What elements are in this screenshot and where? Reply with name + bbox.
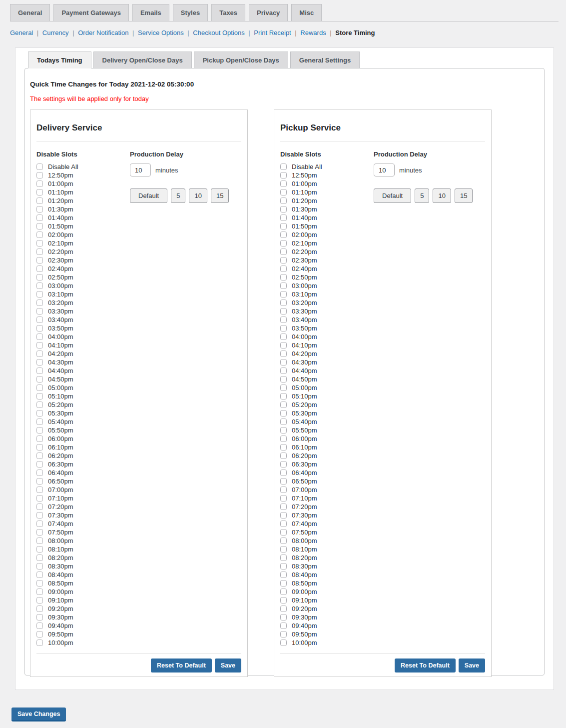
slot-checkbox[interactable] <box>36 282 43 289</box>
reset-to-default-button[interactable]: Reset To Default <box>395 658 456 672</box>
slot-row[interactable]: 02:40pm <box>36 264 130 273</box>
slot-checkbox[interactable] <box>36 444 43 450</box>
slot-row[interactable]: 07:20pm <box>36 502 130 511</box>
slot-checkbox[interactable] <box>36 180 43 187</box>
slot-checkbox[interactable] <box>36 300 43 306</box>
slot-checkbox[interactable] <box>36 572 43 578</box>
slot-checkbox[interactable] <box>36 189 43 196</box>
slot-row[interactable]: 12:50pm <box>36 171 130 180</box>
slot-row[interactable]: 06:40pm <box>280 468 374 477</box>
slot-checkbox[interactable] <box>280 232 287 238</box>
slot-checkbox[interactable] <box>280 384 287 391</box>
slot-checkbox[interactable] <box>280 359 287 366</box>
timing-tab[interactable]: Delivery Open/Close Days <box>93 52 192 68</box>
slot-checkbox[interactable] <box>280 504 287 510</box>
slot-row[interactable]: 03:50pm <box>280 324 374 332</box>
slot-checkbox[interactable] <box>280 529 287 536</box>
slot-checkbox[interactable] <box>280 308 287 314</box>
slot-checkbox[interactable] <box>36 554 43 561</box>
slot-row[interactable]: 12:50pm <box>280 171 374 180</box>
subnav-link[interactable]: Checkout Options <box>193 29 244 36</box>
slot-checkbox[interactable] <box>280 368 287 374</box>
slot-row[interactable]: Disable All <box>36 162 130 171</box>
slot-row[interactable]: 05:00pm <box>280 384 374 392</box>
slot-row[interactable]: 05:30pm <box>36 409 130 418</box>
panel-save-button[interactable]: Save <box>215 658 241 672</box>
slot-row[interactable]: 09:00pm <box>280 588 374 596</box>
slot-row[interactable]: 02:30pm <box>280 256 374 264</box>
slot-row[interactable]: 04:10pm <box>36 341 130 350</box>
slot-checkbox[interactable] <box>36 597 43 604</box>
main-tab[interactable]: Payment Gateways <box>53 4 129 21</box>
slot-checkbox[interactable] <box>280 316 287 323</box>
slot-row[interactable]: 06:30pm <box>36 460 130 468</box>
slot-checkbox[interactable] <box>36 470 43 476</box>
slot-checkbox[interactable] <box>36 436 43 442</box>
slot-row[interactable]: 07:40pm <box>280 520 374 528</box>
subnav-link[interactable]: General <box>10 29 33 36</box>
slot-row[interactable]: 06:20pm <box>36 452 130 460</box>
slot-row[interactable]: 01:40pm <box>36 214 130 222</box>
slot-checkbox[interactable] <box>36 232 43 238</box>
slot-checkbox[interactable] <box>36 402 43 408</box>
slot-row[interactable]: 04:50pm <box>36 375 130 384</box>
slot-row[interactable]: 04:00pm <box>36 332 130 341</box>
slot-row[interactable]: 08:40pm <box>280 570 374 579</box>
slot-row[interactable]: 07:50pm <box>280 528 374 536</box>
main-tab[interactable]: General <box>10 4 50 21</box>
subnav-link[interactable]: Service Options <box>138 29 184 36</box>
slot-checkbox[interactable] <box>280 436 287 442</box>
slot-checkbox[interactable] <box>280 580 287 586</box>
slot-row[interactable]: 07:50pm <box>36 528 130 536</box>
slot-checkbox[interactable] <box>280 597 287 604</box>
slot-row[interactable]: 09:10pm <box>280 596 374 604</box>
slot-checkbox[interactable] <box>36 520 43 527</box>
slot-checkbox[interactable] <box>36 334 43 340</box>
slot-checkbox[interactable] <box>36 384 43 391</box>
slot-row[interactable]: 08:50pm <box>36 579 130 588</box>
slot-checkbox[interactable] <box>36 588 43 595</box>
slot-checkbox[interactable] <box>280 282 287 289</box>
slot-row[interactable]: 09:20pm <box>280 604 374 613</box>
slot-checkbox[interactable] <box>36 291 43 298</box>
slot-row[interactable]: 10:00pm <box>36 638 130 647</box>
subnav-link[interactable]: Rewards <box>300 29 326 36</box>
slot-row[interactable]: 05:10pm <box>280 392 374 400</box>
slot-checkbox[interactable] <box>280 402 287 408</box>
slot-checkbox[interactable] <box>280 486 287 493</box>
slot-checkbox[interactable] <box>280 342 287 348</box>
slot-checkbox[interactable] <box>280 461 287 468</box>
slot-checkbox[interactable] <box>36 274 43 280</box>
slot-row[interactable]: 07:00pm <box>280 486 374 494</box>
slot-row[interactable]: 02:00pm <box>280 230 374 239</box>
slot-row[interactable]: 03:00pm <box>280 282 374 290</box>
slot-checkbox[interactable] <box>280 334 287 340</box>
slot-row[interactable]: 05:00pm <box>36 384 130 392</box>
slot-row[interactable]: 08:20pm <box>280 554 374 562</box>
slot-row[interactable]: 08:10pm <box>36 545 130 554</box>
slot-checkbox[interactable] <box>280 257 287 264</box>
slot-checkbox[interactable] <box>36 308 43 314</box>
main-tab[interactable]: Misc <box>291 4 322 21</box>
slot-checkbox[interactable] <box>36 529 43 536</box>
slot-checkbox[interactable] <box>36 393 43 400</box>
slot-checkbox[interactable] <box>36 316 43 323</box>
slot-checkbox[interactable] <box>280 546 287 552</box>
slot-checkbox[interactable] <box>280 350 287 357</box>
slot-row[interactable]: 03:20pm <box>36 298 130 307</box>
slot-checkbox[interactable] <box>280 164 287 170</box>
slot-row[interactable]: 03:40pm <box>36 316 130 324</box>
slot-row[interactable]: 05:20pm <box>36 400 130 409</box>
main-tab[interactable]: Emails <box>132 4 169 21</box>
slot-checkbox[interactable] <box>36 495 43 502</box>
slot-row[interactable]: 07:20pm <box>280 502 374 511</box>
slot-row[interactable]: 04:40pm <box>36 366 130 375</box>
slot-checkbox[interactable] <box>36 563 43 570</box>
slot-row[interactable]: 01:30pm <box>36 205 130 214</box>
timing-tab[interactable]: Pickup Open/Close Days <box>194 52 288 68</box>
slot-checkbox[interactable] <box>280 410 287 416</box>
slot-checkbox[interactable] <box>280 622 287 629</box>
slot-row[interactable]: 03:10pm <box>36 290 130 298</box>
slot-checkbox[interactable] <box>280 427 287 434</box>
slot-row[interactable]: 06:00pm <box>36 434 130 443</box>
